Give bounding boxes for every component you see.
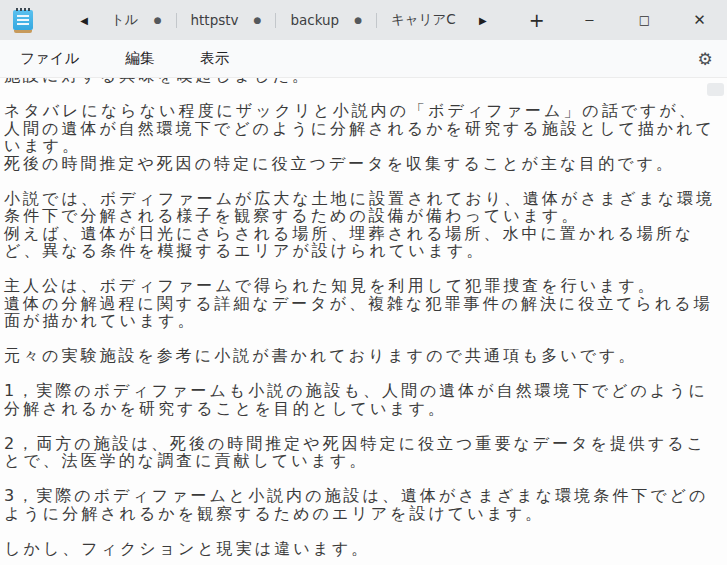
unsaved-dot-icon: ● — [254, 16, 262, 25]
text-line: 3，実際のボディファームと小説内の施設は、遺体がさまざまな環境条件下でどの — [4, 487, 727, 505]
document-text: 施設に対する興味を喚起しました。 ネタバレにならない程度にザックリと小説内の「ボ… — [4, 78, 727, 557]
text-editor[interactable]: 施設に対する興味を喚起しました。 ネタバレにならない程度にザックリと小説内の「ボ… — [0, 78, 727, 564]
text-line — [4, 85, 727, 103]
tab-backup[interactable]: backup ● — [276, 5, 376, 35]
text-line: 1，実際のボディファームも小説の施設も、人間の遺体が自然環境下でどのように — [4, 382, 727, 400]
menu-view[interactable]: 表示 — [186, 43, 243, 74]
text-line: ど、異なる条件を模擬するエリアが設けられています。 — [4, 242, 727, 260]
tab-toru[interactable]: トル ● — [97, 5, 176, 35]
text-line — [4, 260, 727, 278]
menu-bar: ファイル 編集 表示 ⚙ — [0, 40, 727, 78]
unsaved-dot-icon: ● — [354, 16, 362, 25]
window-controls: ─ □ ✕ — [562, 0, 727, 40]
tab-career[interactable]: キャリアC — [377, 5, 470, 35]
text-line: 2，両方の施設は、死後の時間推定や死因特定に役立つ重要なデータを提供するこ — [4, 435, 727, 453]
text-line — [4, 522, 727, 540]
text-line — [4, 330, 727, 348]
unsaved-dot-icon: ● — [154, 16, 162, 25]
text-line: います。 — [4, 137, 727, 155]
settings-gear-icon[interactable]: ⚙ — [689, 44, 721, 74]
text-line — [4, 470, 727, 488]
text-line: 小説では、ボディファームが広大な土地に設置されており、遺体がさまざまな環境 — [4, 190, 727, 208]
text-line: 人間の遺体が自然環境下でどのように分解されるかを研究する施設として描かれて — [4, 120, 727, 138]
text-line: しかし、フィクションと現実は違います。 — [4, 540, 727, 558]
text-line: とで、法医学的な調査に貢献しています。 — [4, 452, 727, 470]
text-line: ネタバレにならない程度にザックリと小説内の「ボディファーム」の話ですが、 — [4, 102, 727, 120]
new-tab-button[interactable]: + — [522, 6, 552, 34]
text-line: ように分解されるかを観察するためのエリアを設けています。 — [4, 505, 727, 523]
tab-label: backup — [290, 12, 339, 28]
text-line: 分解されるかを研究することを目的としています。 — [4, 400, 727, 418]
text-line: 元々の実験施設を参考に小説が書かれておりますので共通項も多いです。 — [4, 347, 727, 365]
text-line: 例えば、遺体が日光にさらされる場所、埋葬される場所、水中に置かれる場所な — [4, 225, 727, 243]
minimize-button[interactable]: ─ — [562, 0, 617, 40]
tab-label: キャリアC — [391, 11, 456, 29]
scrollbar-thumb[interactable] — [707, 83, 724, 96]
tab-scroll-right-icon[interactable]: ▶ — [470, 6, 496, 34]
tab-scroll-left-icon[interactable]: ◀ — [71, 6, 97, 34]
text-line: 面が描かれています。 — [4, 312, 727, 330]
title-bar: ◀ トル ● httpstv ● backup ● キャリアC ▶ + ─ □ … — [0, 0, 727, 40]
text-line: 死後の時間推定や死因の特定に役立つデータを収集することが主な目的です。 — [4, 155, 727, 173]
notepad-app-icon — [13, 7, 33, 33]
close-button[interactable]: ✕ — [672, 0, 727, 40]
tab-httpstv[interactable]: httpstv ● — [177, 5, 276, 35]
tab-label: トル — [111, 11, 139, 29]
text-line: 主人公は、ボディファームで得られた知見を利用して犯罪捜査を行います。 — [4, 277, 727, 295]
text-line: 条件下で分解される様子を観察するための設備が備わっています。 — [4, 207, 727, 225]
text-line — [4, 365, 727, 383]
tab-label: httpstv — [191, 12, 239, 28]
text-line — [4, 172, 727, 190]
text-line: 遺体の分解過程に関する詳細なデータが、複雑な犯罪事件の解決に役立てられる場 — [4, 295, 727, 313]
text-line — [4, 417, 727, 435]
menu-edit[interactable]: 編集 — [111, 43, 168, 74]
maximize-button[interactable]: □ — [617, 0, 672, 40]
menu-file[interactable]: ファイル — [6, 43, 93, 74]
